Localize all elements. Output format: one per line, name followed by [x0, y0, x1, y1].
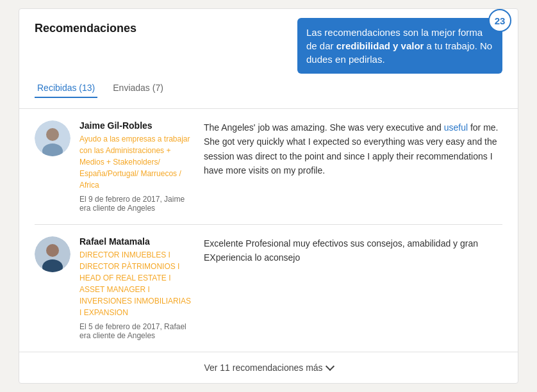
- rec-left-rafael: Rafael Matamala DIRECTOR INMUEBLES I DIR…: [79, 236, 195, 340]
- tab-sent[interactable]: Enviadas (7): [110, 79, 166, 98]
- rec-text-rafael: Excelente Profesional muy efectivos sus …: [204, 236, 502, 340]
- rec-title-jaime: Ayudo a las empresas a trabajar con las …: [79, 133, 195, 191]
- rec-text-jaime-highlight: useful: [444, 122, 468, 133]
- recommendation-item-rafael: Rafael Matamala DIRECTOR INMUEBLES I DIR…: [35, 225, 502, 352]
- rec-date-rafael: El 5 de febrero de 2017, Rafael era clie…: [79, 322, 195, 340]
- see-more-button[interactable]: Ver 11 recomendaciones más: [35, 352, 502, 383]
- recommendation-item: Jaime Gil-Robles Ayudo a las empresas a …: [35, 109, 502, 225]
- svg-point-1: [46, 128, 59, 141]
- section-title: Recomendaciones: [35, 22, 136, 35]
- avatar-rafael: [35, 236, 70, 272]
- badge-circle: 23: [488, 9, 511, 32]
- avatar-jaime: [35, 120, 70, 156]
- rec-left-jaime: Jaime Gil-Robles Ayudo a las empresas a …: [79, 120, 195, 213]
- rec-name-rafael[interactable]: Rafael Matamala: [79, 236, 195, 247]
- svg-point-4: [46, 244, 59, 257]
- rec-date-jaime: El 9 de febrero de 2017, Jaime era clien…: [79, 195, 195, 213]
- tab-received[interactable]: Recibidas (13): [35, 79, 97, 98]
- rec-text-jaime: The Angeles' job was amazing. She was ve…: [204, 120, 502, 213]
- tooltip-text-bold: credibilidad y valor: [336, 40, 424, 51]
- section-left: Recomendaciones: [35, 22, 136, 35]
- section-header: Recomendaciones Las recomendaciones son …: [35, 22, 502, 74]
- rec-name-jaime[interactable]: Jaime Gil-Robles: [79, 120, 195, 131]
- tabs-container: Recibidas (13) Enviadas (7): [35, 79, 502, 98]
- recommendations-card: Recomendaciones Las recomendaciones son …: [19, 8, 518, 384]
- tooltip-box: Las recomendaciones son la mejor forma d…: [297, 18, 502, 74]
- rec-title-rafael: DIRECTOR INMUEBLES I DIRECTOR PÀTRIMONIO…: [79, 249, 195, 318]
- see-more-label: Ver 11 recomendaciones más: [204, 363, 322, 373]
- rec-text-jaime-part1: The Angeles' job was amazing. She was ve…: [204, 122, 444, 133]
- chevron-down-icon: [326, 362, 335, 371]
